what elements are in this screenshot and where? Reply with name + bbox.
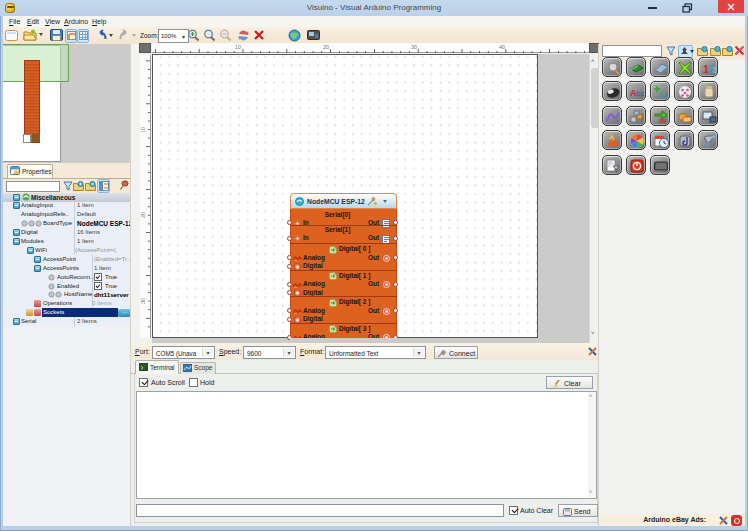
svg-text:12: 12 xyxy=(658,91,667,100)
svg-text:3: 3 xyxy=(712,65,717,75)
svg-text:bc: bc xyxy=(636,89,644,98)
